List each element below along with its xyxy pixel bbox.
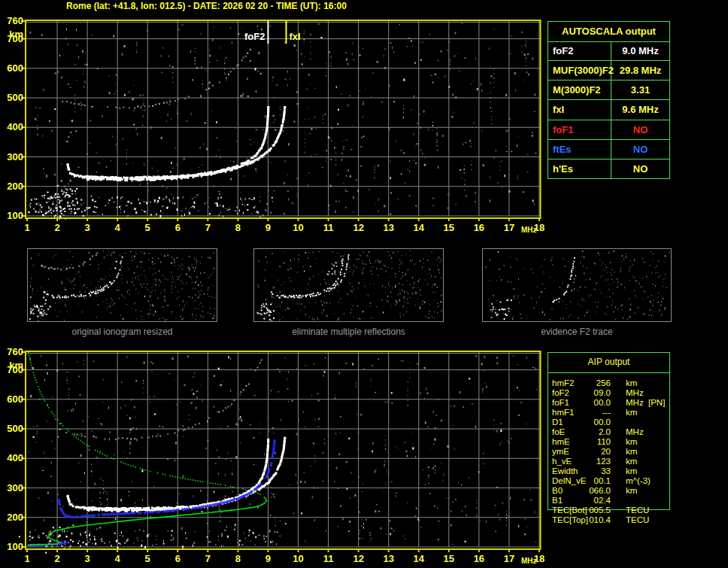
y-tick-label: 600 xyxy=(7,62,23,74)
y-axis-unit-label: km xyxy=(9,360,23,371)
aip-param: foE xyxy=(552,427,565,437)
trace-series xyxy=(507,257,576,302)
y-tick-label: 200 xyxy=(7,512,23,523)
aip-unit: km xyxy=(626,437,637,447)
x-tick-label: 15 xyxy=(444,222,454,233)
noise-speckle xyxy=(486,251,670,321)
thumbnail-eliminate-reflections-image xyxy=(254,249,443,321)
aip-unit: km xyxy=(626,457,637,466)
aip-param: D1 xyxy=(552,418,563,427)
aip-value: 256 xyxy=(567,378,611,388)
x-axis-unit-label: MHz xyxy=(521,226,537,234)
aip-value: 00.1 xyxy=(567,476,611,486)
aip-row-TEC[Top]: TEC[Top]010.4TECU xyxy=(548,515,670,525)
aip-value: 20 xyxy=(567,447,611,457)
x-tick-label: 14 xyxy=(414,222,425,233)
second-hop xyxy=(41,253,98,271)
aip-unit: km xyxy=(626,447,637,457)
aip-unit: MHz xyxy=(626,398,644,408)
bottom-ionogram-plot: 123456789101112131415161718MHz7607006005… xyxy=(0,343,551,568)
autoscala-row-ftEs: ftEsNO xyxy=(548,139,669,159)
aip-unit: TECU xyxy=(626,506,649,515)
trace-series xyxy=(27,352,286,547)
aip-value: 066.0 xyxy=(567,486,611,496)
aip-row-B1: B102.4 xyxy=(548,496,670,506)
x-tick-label: 9 xyxy=(265,222,271,233)
marker-foF2: foF2 xyxy=(244,21,268,44)
aip-value: 110 xyxy=(567,437,611,447)
aip-row-Ewidth: Ewidth33km xyxy=(548,466,670,476)
E-echoes xyxy=(256,310,271,315)
aip-row-DelN_vE: DelN_vE00.1m^(-3) xyxy=(548,476,670,486)
aip-value: 123 xyxy=(567,457,611,466)
X-trace xyxy=(53,257,123,299)
aip-row-hmE: hmE110km xyxy=(548,437,670,447)
autoscala-row-M(3000)F2: M(3000)F23.31 xyxy=(548,80,669,99)
aip-value: 09.0 xyxy=(567,388,611,398)
aip-row-D1: D100.0 xyxy=(548,418,670,427)
autoscala-row-foF1: foF1NO xyxy=(548,120,669,139)
x-tick-label: 5 xyxy=(145,553,150,564)
aip-value: 2.0 xyxy=(567,427,611,437)
autoscala-value: 3.31 xyxy=(611,80,669,99)
autoscala-row-h'Es: h'EsNO xyxy=(548,159,669,178)
x-tick-label: 7 xyxy=(205,222,211,233)
autoscala-value: NO xyxy=(611,159,669,178)
aip-value: 00.0 xyxy=(567,398,611,408)
thumbnail-eliminate-reflections xyxy=(253,248,444,322)
y-axis-unit-label: km xyxy=(9,29,23,40)
aip-unit: TECU xyxy=(626,515,649,525)
aip-value: 00.0 xyxy=(567,418,611,427)
y-tick-label: 760 xyxy=(7,15,23,26)
aip-note: [PN] xyxy=(648,398,665,408)
x-tick-label: 10 xyxy=(293,222,303,233)
y-tick-label: 100 xyxy=(7,541,23,552)
autoscala-row-foF2: foF29.0 MHz xyxy=(548,41,669,60)
trace-series xyxy=(30,253,123,314)
x-tick-label: 4 xyxy=(115,553,121,564)
x-tick-label: 1 xyxy=(24,553,29,564)
aip-row-TEC[Bot]: TEC[Bot]005.5TECU xyxy=(548,506,670,515)
aip-unit: km xyxy=(626,408,637,418)
x-tick-label: 17 xyxy=(504,222,514,233)
aip-row-hmF1: hmF1---km xyxy=(548,408,670,418)
autoscala-param: MUF(3000)F2 xyxy=(548,61,611,80)
X-trace xyxy=(279,254,350,299)
x-tick-label: 6 xyxy=(175,222,180,233)
x-tick-label: 8 xyxy=(235,553,241,564)
noise-speckle xyxy=(258,251,443,321)
x-tick-label: 12 xyxy=(353,553,363,564)
y-tick-label: 600 xyxy=(7,393,23,405)
second-hop-trace xyxy=(65,360,262,440)
autoscala-param: foF1 xyxy=(548,120,611,139)
aip-row-hmF2: hmF2256km xyxy=(548,378,670,388)
autoscala-table-title: AUTOSCALA output xyxy=(548,22,669,42)
x-tick-label: 2 xyxy=(54,222,59,233)
left-dash xyxy=(507,299,512,301)
aip-table-rows: hmF2256kmfoF209.0MHzfoF100.0MHz[PN]hmF1-… xyxy=(548,378,670,525)
aip-table-title: AIP output xyxy=(548,353,669,373)
x-tick-label: 6 xyxy=(175,553,180,564)
x-tick-label: 17 xyxy=(504,553,514,564)
aip-value: 005.5 xyxy=(567,506,611,515)
F2-fragment-low xyxy=(553,291,568,303)
thumbnail-caption-original: original ionogram resized xyxy=(27,327,217,337)
x-tick-label: 11 xyxy=(323,553,334,564)
autoscala-value: NO xyxy=(611,140,669,159)
F2-extraordinary-trace xyxy=(86,437,287,513)
aip-row-B0: B0066.0km xyxy=(548,486,670,496)
thumbnail-caption-evidence: evidence F2 trace xyxy=(482,327,672,337)
marker-label-fxI: fxI xyxy=(290,31,301,42)
aip-value: 010.4 xyxy=(567,515,611,525)
aip-row-h_vE: h_vE123km xyxy=(548,457,670,466)
trace-series xyxy=(28,29,286,213)
autoscala-value: 9.6 MHz xyxy=(611,100,669,119)
thumbnail-caption-eliminate: eliminate multiple reflections xyxy=(253,327,444,337)
aip-param: B0 xyxy=(552,486,563,496)
electron-density-profile-bottomside xyxy=(28,497,267,545)
y-tick-label: 400 xyxy=(7,452,23,463)
x-tick-label: 3 xyxy=(85,222,90,233)
aip-unit: km xyxy=(626,466,637,476)
x-tick-label: 11 xyxy=(323,222,334,233)
x-tick-label: 13 xyxy=(383,553,393,564)
